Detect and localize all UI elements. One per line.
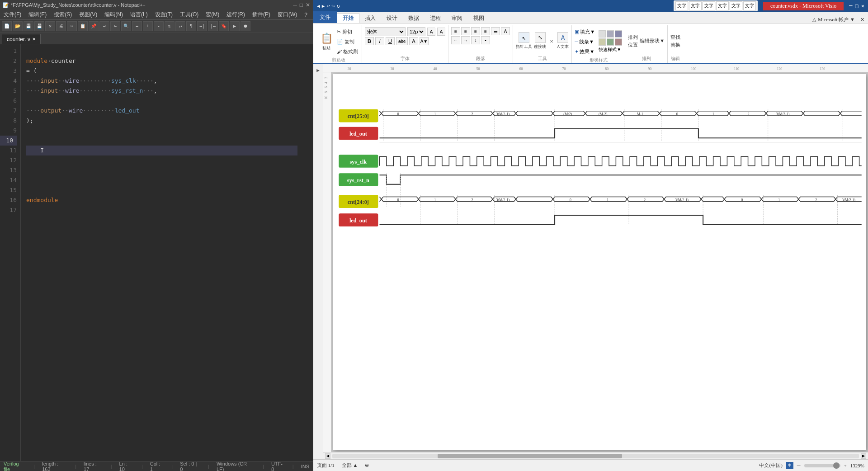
menu-run[interactable]: 运行(R): [225, 10, 247, 19]
toolbar-find[interactable]: 🔍: [121, 21, 131, 31]
tab-review[interactable]: 审阅: [446, 13, 468, 23]
tab-home[interactable]: 开始: [337, 13, 359, 23]
menu-window[interactable]: 窗口(W): [276, 10, 299, 19]
format-paint-btn[interactable]: 🖌格式刷: [336, 47, 359, 56]
ribbon-close[interactable]: ✕: [860, 17, 864, 23]
toolbar-redo[interactable]: ↪: [110, 21, 120, 31]
list-btn[interactable]: ☰: [491, 27, 500, 35]
toolbar-bookmark[interactable]: 🔖: [219, 21, 229, 31]
toolbar-run[interactable]: ▶: [230, 21, 240, 31]
toolbar-new[interactable]: 📄: [2, 21, 12, 31]
qa-redo[interactable]: ↪: [331, 3, 335, 9]
float-btn-5[interactable]: 文字: [730, 1, 742, 10]
font-color-btn[interactable]: A: [409, 37, 418, 45]
text-size-btn[interactable]: A: [501, 27, 510, 35]
toolbar-paste[interactable]: 📌: [89, 21, 99, 31]
paste-btn[interactable]: 📋 粘贴: [318, 28, 335, 55]
close-tool-btn[interactable]: ✕: [548, 38, 555, 45]
notepad-minimize-btn[interactable]: ─: [293, 2, 297, 8]
style-swatch-3[interactable]: [615, 30, 622, 38]
cut-btn[interactable]: ✂剪切: [336, 27, 359, 36]
align-justify[interactable]: ≡: [481, 27, 490, 35]
qa-forward[interactable]: ▶: [322, 3, 325, 9]
panel-toggle-btn[interactable]: ▶: [314, 66, 322, 74]
hscroll-left[interactable]: ◀: [325, 453, 330, 459]
qa-undo[interactable]: ↩: [326, 3, 330, 9]
float-btn-6[interactable]: 文字: [743, 1, 756, 10]
menu-search[interactable]: 搜索(S): [52, 10, 74, 19]
qa-back[interactable]: ◀: [317, 3, 320, 9]
style-swatch-5[interactable]: [607, 38, 614, 46]
italic-btn[interactable]: I: [375, 37, 384, 45]
strikethrough-btn[interactable]: abc: [396, 37, 408, 45]
tab-file[interactable]: 文件: [313, 11, 337, 23]
style-swatch-6[interactable]: [615, 38, 622, 46]
style-swatch-2[interactable]: [607, 30, 614, 38]
edit-shape-btn[interactable]: 编辑形状▼: [640, 38, 665, 44]
float-btn-1[interactable]: 文字: [675, 1, 688, 10]
font-size-down[interactable]: A: [437, 28, 445, 36]
find-btn[interactable]: 查找: [670, 34, 680, 41]
tab-process[interactable]: 进程: [425, 13, 446, 23]
toolbar-save-all[interactable]: 💾: [34, 21, 44, 31]
copy-btn[interactable]: 📄复制: [336, 37, 359, 46]
style-swatch-1[interactable]: [599, 30, 606, 38]
toolbar-copy[interactable]: 📋: [78, 21, 88, 31]
toolbar-open[interactable]: 📂: [13, 21, 23, 31]
toolbar-sync-scroll[interactable]: ⇅: [165, 21, 175, 31]
font-size-select[interactable]: 12pt: [407, 27, 425, 36]
replace-btn[interactable]: 替换: [670, 42, 680, 48]
toolbar-outdent[interactable]: |←: [208, 21, 218, 31]
toolbar-close[interactable]: ✕: [45, 21, 55, 31]
status-add-page[interactable]: ⊕: [365, 462, 369, 468]
menu-lang[interactable]: 语言(L): [128, 10, 150, 19]
menu-file[interactable]: 文件(F): [2, 10, 23, 19]
menu-view[interactable]: 视图(V): [77, 10, 99, 19]
underline-btn[interactable]: U: [386, 37, 395, 45]
toolbar-macro[interactable]: ⏺: [241, 21, 250, 31]
menu-edit[interactable]: 编辑(E): [27, 10, 48, 19]
zoom-out-btn[interactable]: ─: [797, 463, 801, 468]
line-spacing[interactable]: ↕: [471, 36, 480, 44]
quick-style-btn[interactable]: 快速样式▼: [599, 47, 622, 53]
menu-macro[interactable]: 宏(M): [204, 10, 221, 19]
tab-insert[interactable]: 插入: [359, 13, 381, 23]
pointer-tool-btn[interactable]: ↖ 指针工具: [516, 32, 532, 50]
align-left[interactable]: ≡: [451, 27, 460, 35]
tab-close-icon[interactable]: ✕: [32, 37, 36, 42]
visio-close[interactable]: ✕: [861, 3, 864, 9]
tab-design[interactable]: 设计: [381, 13, 403, 23]
fill-btn[interactable]: ▣填充▼: [575, 27, 595, 36]
toolbar-zoom-out[interactable]: -: [154, 21, 164, 31]
font-size-up[interactable]: A: [427, 28, 435, 36]
toolbar-cut[interactable]: ✂: [67, 21, 77, 31]
qa-refresh[interactable]: ↻: [337, 3, 340, 9]
toolbar-undo[interactable]: ↩: [99, 21, 109, 31]
toolbar-show-all[interactable]: ¶: [186, 21, 196, 31]
visio-max[interactable]: □: [855, 3, 859, 9]
effects-btn[interactable]: ✦效果▼: [575, 47, 595, 56]
menu-help[interactable]: ?: [302, 11, 309, 19]
toolbar-word-wrap[interactable]: ↵: [175, 21, 185, 31]
float-btn-2[interactable]: 文字: [689, 1, 702, 10]
arrange-btn[interactable]: 排列: [628, 34, 638, 41]
tab-counter-v[interactable]: counter. v ✕: [2, 34, 41, 44]
visio-min[interactable]: ─: [849, 3, 852, 9]
position-btn[interactable]: 位置: [628, 42, 638, 48]
toolbar-replace[interactable]: ↔: [132, 21, 142, 31]
align-right[interactable]: ≡: [471, 27, 480, 35]
diagram-page[interactable]: cnt[25:0] 0 1 2 3(M/2-1) (M/2) (M-2) M-1: [333, 74, 866, 450]
indent-more[interactable]: →: [461, 36, 470, 44]
text-tool-btn[interactable]: A A 文本: [557, 32, 569, 50]
font-name-select[interactable]: 宋体: [365, 27, 406, 36]
notepad-close-btn[interactable]: ✕: [306, 2, 310, 8]
highlight-btn[interactable]: A▼: [420, 37, 429, 45]
bullets[interactable]: •: [481, 36, 490, 44]
tab-view[interactable]: 视图: [468, 13, 490, 23]
hscroll-track[interactable]: [332, 454, 859, 458]
toolbar-zoom-in[interactable]: +: [143, 21, 153, 31]
bold-btn[interactable]: B: [365, 37, 374, 45]
zoom-in-btn[interactable]: +: [844, 463, 847, 468]
float-btn-4[interactable]: 文字: [716, 1, 729, 10]
code-area[interactable]: module·counter = ( ····input··wire······…: [21, 44, 313, 461]
